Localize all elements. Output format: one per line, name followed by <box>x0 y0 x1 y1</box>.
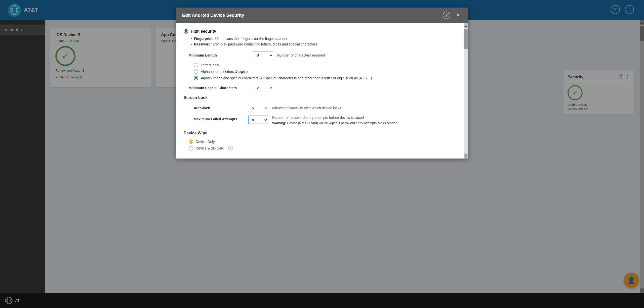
edit-security-modal: Edit Android Device Security ? × High se… <box>176 8 468 159</box>
alphanumeric-option: Alphanumeric (letters & digits) <box>194 69 460 74</box>
min-special-chars-label: Minimum Special Characters <box>189 86 249 90</box>
modal-scroll-thumb[interactable] <box>464 29 468 49</box>
modal-overlay: Edit Android Device Security ? × High se… <box>0 0 644 308</box>
max-failed-attempts-hints: Number of password entry attempts before… <box>272 116 397 125</box>
modal-scrollbar[interactable]: ▲ ▼ <box>464 23 468 159</box>
device-sd-card-label: Device & SD Card <box>196 146 224 150</box>
auto-lock-select[interactable]: 5 1 2 10 <box>248 104 268 112</box>
device-only-radio[interactable] <box>189 139 193 144</box>
high-security-radio[interactable] <box>184 29 188 34</box>
device-only-option: Device Only <box>189 139 460 144</box>
device-sd-card-option: Device & SD Card ? <box>189 146 460 150</box>
modal-title: Edit Android Device Security <box>182 13 244 18</box>
modal-help-icon[interactable]: ? <box>443 12 450 19</box>
fingerprint-label: Fingerprint: <box>194 37 214 41</box>
min-length-label: Minimum Length <box>189 53 249 57</box>
max-failed-attempts-warning: Warning: Device (Not SD card) will be wi… <box>272 121 397 125</box>
fingerprint-bullet: Fingerprint: User scans their finger ove… <box>191 37 460 41</box>
max-failed-attempts-select[interactable]: 9 3 5 10 <box>248 116 268 124</box>
device-wipe-options: Device Only Device & SD Card ? <box>189 139 460 150</box>
auto-lock-row: Auto-lock 5 1 2 10 Minutes of inactivity… <box>194 104 460 112</box>
password-label: Password: <box>194 42 212 46</box>
min-special-chars-row: Minimum Special Characters 2 1 3 <box>189 84 460 92</box>
password-type-options: Letters only Alphanumeric (letters & dig… <box>194 63 460 80</box>
device-sd-card-help-icon[interactable]: ? <box>228 146 233 150</box>
letters-only-option: Letters only <box>194 63 460 67</box>
min-length-select[interactable]: 8 4 6 10 <box>253 51 273 59</box>
high-security-header: High security <box>184 29 460 34</box>
warning-bold: Warning: <box>272 121 286 125</box>
modal-scroll-up[interactable]: ▲ <box>464 23 468 28</box>
modal-header: Edit Android Device Security ? × <box>176 8 468 23</box>
device-sd-card-radio[interactable] <box>189 146 193 150</box>
auto-lock-hint: Minutes of inactivity after which device… <box>272 106 341 110</box>
max-failed-attempts-label: Maximum Failed Attempts <box>194 116 244 121</box>
device-only-label: Device Only <box>196 140 215 144</box>
modal-body: High security Fingerprint: User scans th… <box>176 23 468 159</box>
modal-header-icons: ? × <box>443 12 462 19</box>
warning-text: Device (Not SD card) will be wiped if pa… <box>287 121 397 125</box>
password-form-section: Minimum Length 8 4 6 10 Number of charac… <box>189 51 460 92</box>
min-length-row: Minimum Length 8 4 6 10 Number of charac… <box>189 51 460 59</box>
alphanumeric-label: Alphanumeric (letters & digits) <box>201 70 248 74</box>
min-length-hint: Number of characters required <box>277 53 325 57</box>
modal-close-button[interactable]: × <box>454 12 462 19</box>
password-bullet: Password: Complex password containing le… <box>191 42 460 46</box>
max-failed-attempts-hint: Number of password entry attempts before… <box>272 116 397 120</box>
screen-lock-section: Screen Lock Auto-lock 5 1 2 10 Minutes o <box>184 95 460 125</box>
fingerprint-text: User scans their finger over the finger … <box>215 37 287 41</box>
min-special-chars-select[interactable]: 2 1 3 <box>253 84 273 92</box>
max-failed-attempts-row: Maximum Failed Attempts 9 3 5 10 Number … <box>194 116 460 125</box>
device-wipe-title: Device Wipe <box>184 131 460 135</box>
screen-lock-form: Auto-lock 5 1 2 10 Minutes of inactivity… <box>194 104 460 125</box>
modal-scroll-down[interactable]: ▼ <box>464 153 468 159</box>
modal-body-wrapper: High security Fingerprint: User scans th… <box>176 23 468 159</box>
alphanumeric-special-option: Alphanumeric and special characters. A "… <box>194 76 460 80</box>
high-security-label: High security <box>191 29 216 34</box>
screen-lock-title: Screen Lock <box>184 95 460 100</box>
password-text: Complex password containing letters, dig… <box>213 42 317 46</box>
alphanumeric-radio[interactable] <box>194 69 198 74</box>
letters-only-label: Letters only <box>201 63 219 67</box>
alphanumeric-special-radio[interactable] <box>194 76 198 80</box>
letters-only-radio[interactable] <box>194 63 198 67</box>
auto-lock-label: Auto-lock <box>194 106 244 110</box>
alphanumeric-special-label: Alphanumeric and special characters. A "… <box>201 76 372 80</box>
device-wipe-section: Device Wipe Device Only Device & SD Card… <box>184 131 460 150</box>
